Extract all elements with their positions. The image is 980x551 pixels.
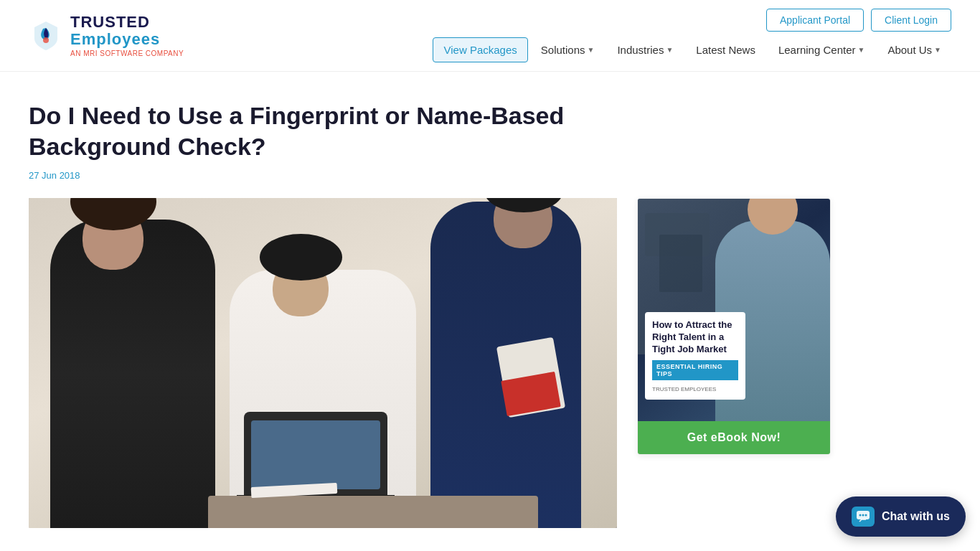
industries-chevron-icon: ▼ [666,46,673,54]
solutions-chevron-icon: ▼ [588,46,595,54]
ebook-title: How to Attract the Right Talent in a Tig… [652,319,738,356]
ebook-text-overlay: How to Attract the Right Talent in a Tig… [645,312,745,400]
content-row: How to Attract the Right Talent in a Tig… [29,198,951,528]
learning-center-chevron-icon: ▼ [857,46,864,54]
ebook-image: How to Attract the Right Talent in a Tig… [638,199,830,421]
main-content: Do I Need to Use a Fingerprint or Name-B… [0,72,980,528]
client-login-button[interactable]: Client Login [871,9,951,32]
nav-industries[interactable]: Industries ▼ [607,38,683,62]
logo-trusted: TRUSTED [70,14,184,31]
main-nav: View Packages Solutions ▼ Industries ▼ L… [433,37,951,62]
chat-bubble-icon [856,510,870,523]
svg-point-4 [864,514,867,517]
sidebar-ebook-card: How to Attract the Right Talent in a Tig… [637,198,831,455]
svg-point-0 [43,37,49,43]
about-us-chevron-icon: ▼ [934,46,941,54]
chat-label: Chat with us [882,510,950,523]
logo-area[interactable]: TRUSTED Employees AN MRI SOFTWARE COMPAN… [29,14,184,57]
nav-about-us[interactable]: About Us ▼ [877,38,951,62]
ebook-subtitle: ESSENTIAL HIRING TIPS [652,360,738,380]
article-main-image [29,198,617,528]
logo-employees: Employees [70,31,184,48]
article-title: Do I Need to Use a Fingerprint or Name-B… [29,100,617,161]
logo-icon [29,19,63,53]
svg-point-3 [862,514,864,517]
image-placeholder [29,198,617,528]
ebook-logo-small: TRUSTED EMPLOYEES [652,386,738,392]
header-right: Applicant Portal Client Login View Packa… [433,9,951,62]
article-date: 27 Jun 2018 [29,170,951,181]
logo-text: TRUSTED Employees AN MRI SOFTWARE COMPAN… [70,14,184,57]
svg-point-2 [859,514,861,517]
applicant-portal-button[interactable]: Applicant Portal [766,9,864,32]
nav-learning-center[interactable]: Learning Center ▼ [768,38,875,62]
chat-icon [852,507,875,527]
logo-mri: AN MRI SOFTWARE COMPANY [70,50,184,57]
nav-solutions[interactable]: Solutions ▼ [531,38,605,62]
site-header: TRUSTED Employees AN MRI SOFTWARE COMPAN… [0,0,980,72]
chat-widget[interactable]: Chat with us [836,496,966,537]
nav-latest-news[interactable]: Latest News [686,38,765,62]
top-buttons: Applicant Portal Client Login [766,9,951,32]
nav-view-packages[interactable]: View Packages [433,37,527,62]
ebook-cta-button[interactable]: Get eBook Now! [638,421,830,454]
